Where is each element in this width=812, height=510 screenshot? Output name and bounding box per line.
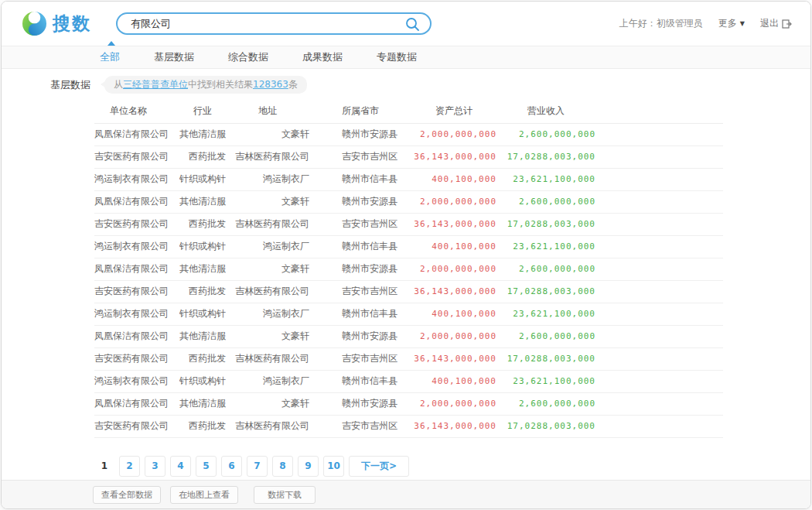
table-row[interactable]: 凤凰保洁有限公司其他清洁服文豪轩赣州市安源县2,000,000,0002,600…	[94, 392, 723, 415]
tab-1[interactable]: 基层数据	[154, 50, 194, 64]
table-row[interactable]: 吉安医药有限公司西药批发吉林医药有限公司吉安市吉州区36,143,000,000…	[94, 415, 723, 437]
cell-3: 赣州市安源县	[309, 258, 411, 280]
cell-2: 文豪轩	[226, 123, 309, 145]
cell-5: 17,0288,003,000	[496, 415, 595, 437]
tab-4[interactable]: 专题数据	[377, 50, 417, 64]
search-input[interactable]	[118, 14, 430, 33]
cell-5: 2,600,000,000	[496, 325, 595, 347]
cell-5: 23,621,100,000	[496, 370, 595, 392]
logo: 搜数	[22, 11, 91, 36]
table-row[interactable]: 吉安医药有限公司西药批发吉林医药有限公司吉安市吉州区36,143,000,000…	[94, 347, 723, 370]
table-row[interactable]: 鸿运制衣有限公司针织或构针鸿运制衣厂赣州市信丰县400,100,00023,62…	[94, 235, 723, 258]
cell-spacer	[595, 280, 723, 303]
page-button-7[interactable]: 7	[247, 456, 268, 477]
tab-3[interactable]: 成果数据	[302, 50, 343, 64]
cell-5: 2,600,000,000	[496, 123, 595, 145]
cell-1: 针织或构针	[179, 235, 226, 258]
header: 搜数 上午好：初级管理员 更多 ▼ 退出	[2, 2, 810, 46]
page-button-6[interactable]: 6	[221, 456, 242, 477]
cell-0: 吉安医药有限公司	[94, 145, 179, 168]
search-icon[interactable]	[405, 17, 420, 35]
page-button-5[interactable]: 5	[196, 456, 217, 477]
table-row[interactable]: 凤凰保洁有限公司其他清洁服文豪轩赣州市安源县2,000,000,0002,600…	[94, 258, 723, 280]
cell-3: 吉安市吉州区	[309, 280, 411, 303]
download-data-button[interactable]: 数据下载	[254, 486, 316, 504]
greeting-text: 上午好：初级管理员	[619, 17, 703, 30]
result-line: 基层数据 从三经普普查单位中找到相关结果128363条	[50, 76, 810, 94]
result-middle: 中找到相关结果	[188, 79, 253, 90]
source-link[interactable]: 三经普普查单位	[123, 79, 188, 90]
page-button-9[interactable]: 9	[298, 456, 319, 477]
cell-0: 吉安医药有限公司	[94, 347, 179, 370]
table-row[interactable]: 鸿运制衣有限公司针织或构针鸿运制衣厂赣州市信丰县400,100,00023,62…	[94, 370, 723, 392]
table-row[interactable]: 吉安医药有限公司西药批发吉林医药有限公司吉安市吉州区36,143,000,000…	[94, 145, 723, 168]
view-all-data-button[interactable]: 查看全部数据	[93, 486, 161, 504]
cell-4: 2,000,000,000	[411, 258, 496, 280]
cell-3: 赣州市信丰县	[309, 303, 411, 325]
cell-spacer	[595, 213, 723, 235]
column-header-spacer	[595, 100, 723, 123]
cell-5: 17,0288,003,000	[496, 280, 595, 303]
cell-1: 针织或构针	[179, 168, 226, 190]
logout-icon	[782, 19, 792, 29]
cell-3: 赣州市安源县	[309, 190, 411, 213]
table-body: 凤凰保洁有限公司其他清洁服文豪轩赣州市安源县2,000,000,0002,600…	[94, 123, 723, 437]
more-menu[interactable]: 更多 ▼	[718, 17, 745, 30]
column-header-2: 地址	[226, 100, 309, 123]
cell-2: 文豪轩	[226, 258, 309, 280]
tab-2[interactable]: 综合数据	[228, 50, 268, 64]
result-count-link[interactable]: 128363	[253, 79, 288, 90]
column-header-1: 行业	[179, 100, 226, 123]
result-suffix: 条	[288, 79, 298, 90]
cell-3: 赣州市安源县	[309, 123, 411, 145]
cell-1: 其他清洁服	[179, 258, 226, 280]
cell-4: 36,143,000,000	[411, 415, 496, 437]
table-row[interactable]: 凤凰保洁有限公司其他清洁服文豪轩赣州市安源县2,000,000,0002,600…	[94, 123, 723, 145]
page-button-10[interactable]: 10	[323, 456, 344, 477]
cell-spacer	[595, 325, 723, 347]
tab-bar: 全部基层数据综合数据成果数据专题数据	[2, 46, 810, 69]
cell-2: 吉林医药有限公司	[226, 347, 309, 370]
page-button-2[interactable]: 2	[119, 456, 140, 477]
cell-3: 赣州市安源县	[309, 392, 411, 415]
table-header-row: 单位名称行业地址所属省市资产总计营业收入	[94, 100, 723, 123]
pagination: 1 2345678910下一页>	[94, 456, 810, 477]
page-button-8[interactable]: 8	[272, 456, 293, 477]
search-box	[116, 12, 432, 35]
cell-0: 凤凰保洁有限公司	[94, 392, 179, 415]
result-prefix: 从	[114, 79, 123, 90]
page-button-3[interactable]: 3	[145, 456, 165, 477]
view-on-map-button[interactable]: 在地图上查看	[170, 486, 238, 504]
cell-2: 吉林医药有限公司	[226, 415, 309, 437]
cell-5: 23,621,100,000	[496, 168, 595, 190]
cell-spacer	[595, 168, 723, 190]
cell-3: 赣州市信丰县	[309, 235, 411, 258]
tab-0[interactable]: 全部	[100, 50, 120, 64]
cell-spacer	[595, 190, 723, 213]
page-button-4[interactable]: 4	[170, 456, 191, 477]
cell-5: 23,621,100,000	[496, 303, 595, 325]
cell-5: 23,621,100,000	[496, 235, 595, 258]
cell-spacer	[595, 370, 723, 392]
table-row[interactable]: 吉安医药有限公司西药批发吉林医药有限公司吉安市吉州区36,143,000,000…	[94, 213, 723, 235]
cell-4: 400,100,000	[411, 168, 496, 190]
cell-1: 西药批发	[179, 415, 226, 437]
cell-0: 凤凰保洁有限公司	[94, 325, 179, 347]
app-window: 搜数 上午好：初级管理员 更多 ▼ 退出	[1, 1, 811, 509]
cell-0: 鸿运制衣有限公司	[94, 168, 179, 190]
cell-4: 2,000,000,000	[411, 123, 496, 145]
table-row[interactable]: 吉安医药有限公司西药批发吉林医药有限公司吉安市吉州区36,143,000,000…	[94, 280, 723, 303]
table-row[interactable]: 鸿运制衣有限公司针织或构针鸿运制衣厂赣州市信丰县400,100,00023,62…	[94, 303, 723, 325]
cell-1: 其他清洁服	[179, 123, 226, 145]
table-row[interactable]: 鸿运制衣有限公司针织或构针鸿运制衣厂赣州市信丰县400,100,00023,62…	[94, 168, 723, 190]
cell-4: 36,143,000,000	[411, 213, 496, 235]
table-row[interactable]: 凤凰保洁有限公司其他清洁服文豪轩赣州市安源县2,000,000,0002,600…	[94, 190, 723, 213]
cell-0: 鸿运制衣有限公司	[94, 235, 179, 258]
logout-button[interactable]: 退出	[760, 17, 792, 30]
cell-3: 赣州市信丰县	[309, 370, 411, 392]
footer-bar: 查看全部数据在地图上查看数据下载	[2, 480, 810, 508]
cell-5: 17,0288,003,000	[496, 347, 595, 370]
cell-2: 鸿运制衣厂	[226, 370, 309, 392]
table-row[interactable]: 凤凰保洁有限公司其他清洁服文豪轩赣州市安源县2,000,000,0002,600…	[94, 325, 723, 347]
next-page-button[interactable]: 下一页>	[349, 456, 409, 477]
